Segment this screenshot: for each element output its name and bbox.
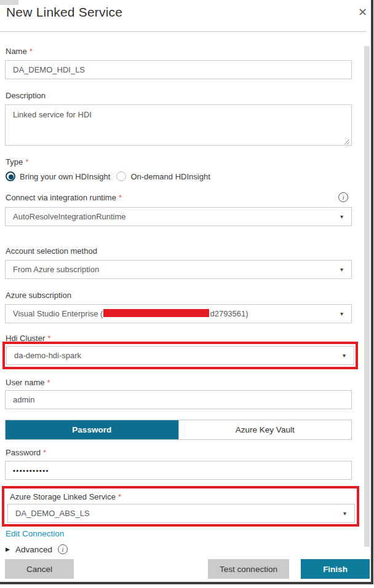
user-name-label-text: User name bbox=[6, 378, 45, 387]
storage-ls-label: Azure Storage Linked Service* bbox=[10, 492, 359, 501]
chevron-down-icon: ▾ bbox=[340, 305, 343, 323]
radio-unselected-icon bbox=[116, 171, 126, 181]
corner-artifact bbox=[0, 0, 18, 5]
type-radio-group: Bring your own HDInsight On-demand HDIns… bbox=[6, 171, 210, 181]
page-title: New Linked Service bbox=[6, 5, 122, 20]
tab-azure-key-vault[interactable]: Azure Key Vault bbox=[178, 420, 352, 439]
chevron-down-icon: ▾ bbox=[343, 504, 346, 522]
user-name-input[interactable]: admin bbox=[5, 390, 352, 409]
tab-password[interactable]: Password bbox=[6, 420, 178, 439]
password-masked-value: ••••••••••• bbox=[13, 467, 49, 474]
account-selection-value: From Azure subscription bbox=[13, 265, 99, 274]
chevron-down-icon: ▾ bbox=[343, 347, 346, 364]
azure-subscription-dropdown[interactable]: Visual Studio Enterprise (d2793561) ▾ bbox=[5, 304, 352, 323]
close-icon[interactable]: ✕ bbox=[358, 6, 367, 19]
radio-selected-icon bbox=[6, 171, 15, 181]
azure-subscription-value-prefix: Visual Studio Enterprise ( bbox=[13, 309, 103, 318]
chevron-down-icon: ▾ bbox=[340, 261, 343, 278]
resize-handle-icon[interactable] bbox=[344, 138, 350, 144]
radio-label: Bring your own HDInsight bbox=[20, 172, 110, 181]
storage-ls-label-text: Azure Storage Linked Service bbox=[10, 492, 116, 501]
account-selection-label: Account selection method bbox=[6, 246, 97, 256]
test-connection-button[interactable]: Test connection bbox=[208, 559, 289, 579]
user-name-label: User name* bbox=[6, 378, 50, 387]
new-linked-service-panel: New Linked Service ✕ Name* DA_DEMO_HDI_L… bbox=[0, 0, 374, 588]
required-asterisk: * bbox=[30, 47, 33, 56]
expand-triangle-icon: ▶ bbox=[6, 546, 10, 552]
window-border-bottom bbox=[0, 582, 373, 584]
name-label: Name* bbox=[6, 47, 33, 56]
azure-subscription-value-suffix: d2793561) bbox=[210, 309, 248, 318]
name-label-text: Name bbox=[6, 47, 27, 56]
redaction-bar bbox=[103, 309, 209, 317]
advanced-label: Advanced bbox=[15, 545, 52, 554]
type-label-text: Type bbox=[6, 157, 23, 167]
account-selection-dropdown[interactable]: From Azure subscription ▾ bbox=[5, 260, 352, 279]
tab-azure-key-vault-label: Azure Key Vault bbox=[236, 425, 295, 434]
radio-label: On-demand HDInsight bbox=[130, 172, 210, 181]
name-input-value: DA_DEMO_HDI_LS bbox=[13, 65, 85, 74]
required-asterisk: * bbox=[43, 448, 46, 457]
cancel-button[interactable]: Cancel bbox=[5, 559, 74, 579]
password-label: Password* bbox=[6, 448, 46, 457]
header-divider bbox=[0, 31, 367, 32]
footer-bar: Cancel Test connection Finish bbox=[0, 556, 371, 582]
description-value: Linked service for HDI bbox=[13, 110, 92, 119]
radio-on-demand-hdinsight[interactable]: On-demand HDInsight bbox=[116, 171, 210, 181]
advanced-toggle[interactable]: ▶ Advanced i bbox=[6, 544, 68, 554]
integration-runtime-value: AutoResolveIntegrationRuntime bbox=[13, 212, 126, 221]
password-label-text: Password bbox=[6, 448, 41, 457]
name-input[interactable]: DA_DEMO_HDI_LS bbox=[5, 60, 352, 79]
chevron-down-icon: ▾ bbox=[340, 208, 343, 225]
hdi-cluster-value: da-demo-hdi-spark bbox=[14, 351, 81, 360]
storage-ls-value: DA_DEMO_ABS_LS bbox=[15, 509, 90, 518]
edit-connection-link[interactable]: Edit Connection bbox=[6, 529, 64, 538]
radio-bring-your-own-hdinsight[interactable]: Bring your own HDInsight bbox=[6, 171, 110, 181]
type-label: Type* bbox=[6, 157, 28, 167]
info-icon[interactable]: i bbox=[338, 192, 348, 202]
integration-runtime-label-text: Connect via integration runtime bbox=[6, 193, 116, 202]
annotation-box-hdi-cluster: da-demo-hdi-spark ▾ bbox=[2, 342, 358, 369]
integration-runtime-label: Connect via integration runtime* bbox=[6, 193, 122, 202]
info-icon[interactable]: i bbox=[58, 544, 68, 554]
annotation-box-storage-linked-service: Azure Storage Linked Service* DA_DEMO_AB… bbox=[2, 486, 359, 527]
auth-tabs: Password Azure Key Vault bbox=[5, 420, 352, 440]
tab-password-label: Password bbox=[72, 425, 111, 434]
user-name-value: admin bbox=[13, 395, 34, 404]
required-asterisk: * bbox=[25, 157, 28, 167]
password-input[interactable]: ••••••••••• bbox=[5, 461, 352, 480]
description-label: Description bbox=[6, 91, 46, 100]
window-border-right bbox=[371, 0, 373, 584]
hdi-cluster-dropdown[interactable]: da-demo-hdi-spark ▾ bbox=[6, 346, 354, 365]
required-asterisk: * bbox=[118, 492, 121, 501]
required-asterisk: * bbox=[47, 378, 50, 387]
description-textarea[interactable]: Linked service for HDI bbox=[5, 104, 352, 146]
required-asterisk: * bbox=[119, 193, 122, 202]
vertical-scrollbar[interactable] bbox=[364, 46, 370, 547]
finish-button[interactable]: Finish bbox=[301, 559, 370, 579]
integration-runtime-dropdown[interactable]: AutoResolveIntegrationRuntime ▾ bbox=[5, 207, 352, 226]
storage-ls-dropdown[interactable]: DA_DEMO_ABS_LS ▾ bbox=[7, 504, 355, 523]
azure-subscription-label: Azure subscription bbox=[6, 291, 71, 300]
